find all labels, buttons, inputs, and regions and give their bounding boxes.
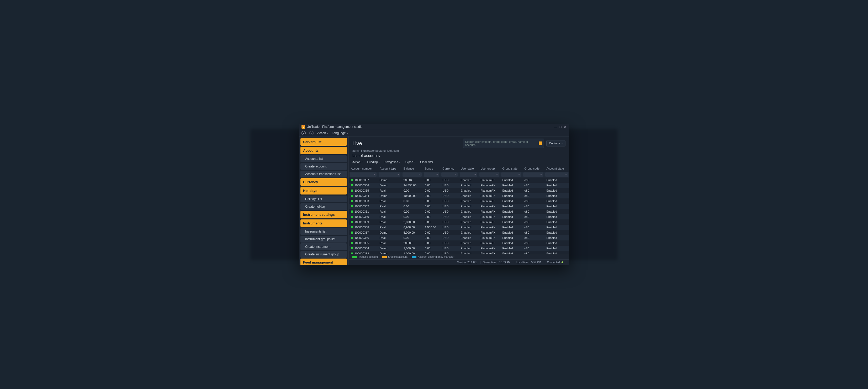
search-dropdown-handle[interactable] [539, 142, 542, 145]
sidebar-section-accounts[interactable]: Accounts [301, 147, 347, 154]
close-icon[interactable]: ✕ [563, 125, 566, 128]
table-row[interactable]: 100000359Real2,000.000.00USDEnabledPlati… [349, 219, 569, 225]
column-filter-input[interactable]: ⧩ [523, 173, 543, 177]
column-filter-input[interactable]: ⧩ [403, 173, 422, 177]
table-row[interactable]: 100000361Real0.000.00USDEnabledPlatinumF… [349, 209, 569, 214]
minimize-icon[interactable]: — [554, 125, 557, 128]
chevron-down-icon: ▾ [399, 161, 400, 163]
column-filter-input[interactable]: ⧩ [350, 173, 376, 177]
table-cell: 100000365 [349, 188, 378, 193]
search-input[interactable]: Search user by login, group code, email,… [463, 139, 544, 148]
sidebar-section-currency[interactable]: Currency [301, 178, 347, 186]
sidebar: Servers listAccountsAccounts listCreate … [299, 137, 349, 265]
table-action-menu[interactable]: Action ▾ [352, 160, 363, 163]
table-row[interactable]: 100000355Real200.000.00USDEnabledPlatinu… [349, 240, 569, 246]
table-cell: Demo [378, 177, 401, 183]
table-cell: USD [440, 240, 458, 246]
language-menu[interactable]: Language ▾ [332, 131, 348, 135]
titlebar: 🔥 UniTrader. Platform management studio.… [299, 124, 569, 130]
sidebar-section-instruments[interactable]: Instruments [301, 219, 347, 227]
sidebar-item-accounts-transactions-list[interactable]: Accounts transactions list [301, 171, 347, 177]
sidebar-item-instrument-groups-list[interactable]: Instrument groups list [301, 236, 347, 242]
table-cell: Real [378, 188, 401, 193]
column-filter-input[interactable]: ⧩ [424, 173, 439, 177]
table-cell: Enabled [544, 235, 569, 240]
column-filter-input[interactable]: ⧩ [379, 173, 400, 177]
table-cell: USD [440, 246, 458, 251]
table-cell: o80 [522, 246, 544, 251]
sidebar-section-holidays[interactable]: Holidays [301, 187, 347, 194]
sidebar-item-holidays-list[interactable]: Holidays list [301, 196, 347, 202]
action-menu[interactable]: Action ▾ [317, 131, 328, 135]
table-cell: PlatinumFX [478, 193, 500, 199]
sidebar-item-create-instrument[interactable]: Create Instrument [301, 243, 347, 250]
column-header[interactable]: User state [459, 166, 478, 172]
column-filter-input[interactable]: ⧩ [441, 173, 457, 177]
table-cell: USD [440, 235, 458, 240]
table-cell: 0.00 [423, 230, 440, 235]
table-cell: 100000354 [349, 246, 378, 251]
sidebar-item-create-account[interactable]: Create account [301, 163, 347, 170]
filter-icon: ⧩ [436, 173, 438, 176]
table-row[interactable]: 100000367Demo986.040.00USDEnabledPlatinu… [349, 177, 569, 183]
column-filter-input[interactable]: ⧩ [460, 173, 477, 177]
sidebar-item-instruments-list[interactable]: Instruments list [301, 228, 347, 235]
account-status-dot-icon [351, 221, 353, 223]
sidebar-section-servers-list[interactable]: Servers list [301, 138, 347, 146]
table-cell: PlatinumFX [478, 214, 500, 219]
column-filter-input[interactable]: ⧩ [479, 173, 499, 177]
table-row[interactable]: 100000366Demo24,530.000.00USDEnabledPlat… [349, 183, 569, 188]
table-cell: o80 [522, 199, 544, 204]
accounts-table-wrap[interactable]: Account numberAccount typeBalanceBonusCu… [349, 166, 569, 254]
column-header[interactable]: Balance [401, 166, 423, 172]
column-header[interactable]: Account state [544, 166, 569, 172]
sidebar-item-create-holiday[interactable]: Create holiday [301, 203, 347, 210]
table-row[interactable]: 100000358Real6,908.601,500.00USDEnabledP… [349, 225, 569, 230]
table-cell: PlatinumFX [478, 188, 500, 193]
sidebar-section-instrument-settings[interactable]: Instrument settings [301, 211, 347, 218]
table-row[interactable]: 100000354Demo1,000.000.00USDEnabledPlati… [349, 246, 569, 251]
table-row[interactable]: 100000356Real0.000.00USDEnabledPlatinumF… [349, 235, 569, 240]
table-cell: Enabled [544, 219, 569, 225]
column-header[interactable]: Account number [349, 166, 378, 172]
table-export-menu[interactable]: Export ▾ [405, 160, 415, 163]
sidebar-item-accounts-list[interactable]: Accounts list [301, 155, 347, 162]
sidebar-section-feed-management[interactable]: Feed management [301, 259, 347, 265]
table-row[interactable]: 100000362Real0.000.00USDEnabledPlatinumF… [349, 204, 569, 209]
table-row[interactable]: 100000365Real0.000.00USDEnabledPlatinumF… [349, 188, 569, 193]
nav-back-icon[interactable]: ◀ [309, 131, 314, 135]
status-bar: Version: 23.6.8.1 Server time : 10:59 AM… [349, 259, 569, 265]
table-cell: 100000358 [349, 225, 378, 230]
table-navigation-menu[interactable]: Navigation ▾ [384, 160, 400, 163]
nav-forward-icon[interactable]: ▶ [302, 131, 306, 135]
table-funding-menu[interactable]: Funding ▾ [367, 160, 380, 163]
table-cell: Enabled [544, 225, 569, 230]
table-cell: USD [440, 177, 458, 183]
column-header[interactable]: User group [478, 166, 500, 172]
table-cell: PlatinumFX [478, 251, 500, 254]
table-row[interactable]: 100000360Real0.000.00USDEnabledPlatinumF… [349, 214, 569, 219]
table-cell: Enabled [459, 246, 478, 251]
table-row[interactable]: 100000353Demo1,000.000.00USDEnabledPlati… [349, 251, 569, 254]
table-cell: PlatinumFX [478, 199, 500, 204]
column-header[interactable]: Currency [440, 166, 458, 172]
column-header[interactable]: Group code [522, 166, 544, 172]
column-header[interactable]: Account type [378, 166, 401, 172]
table-row[interactable]: 100000364Demo10,000.000.00USDEnabledPlat… [349, 193, 569, 199]
table-row[interactable]: 100000357Demo5,000.000.00USDEnabledPlati… [349, 230, 569, 235]
account-status-dot-icon [351, 216, 353, 218]
connection-dot-icon [561, 262, 563, 263]
column-filter-input[interactable]: ⧩ [501, 173, 521, 177]
table-cell: Enabled [500, 214, 522, 219]
filter-mode-dropdown[interactable]: Contains ▾ [546, 140, 565, 147]
table-cell: 100000364 [349, 193, 378, 199]
column-header[interactable]: Group state [500, 166, 522, 172]
table-cell: Enabled [500, 235, 522, 240]
sidebar-item-create-instrument-group[interactable]: Create instrument group [301, 251, 347, 258]
table-cell: Real [378, 235, 401, 240]
clear-filter-button[interactable]: Clear filter [420, 160, 433, 163]
column-header[interactable]: Bonus [423, 166, 440, 172]
maximize-icon[interactable]: ▢ [559, 125, 562, 128]
column-filter-input[interactable]: ⧩ [545, 173, 568, 177]
table-row[interactable]: 100000363Real0.000.00USDEnabledPlatinumF… [349, 199, 569, 204]
